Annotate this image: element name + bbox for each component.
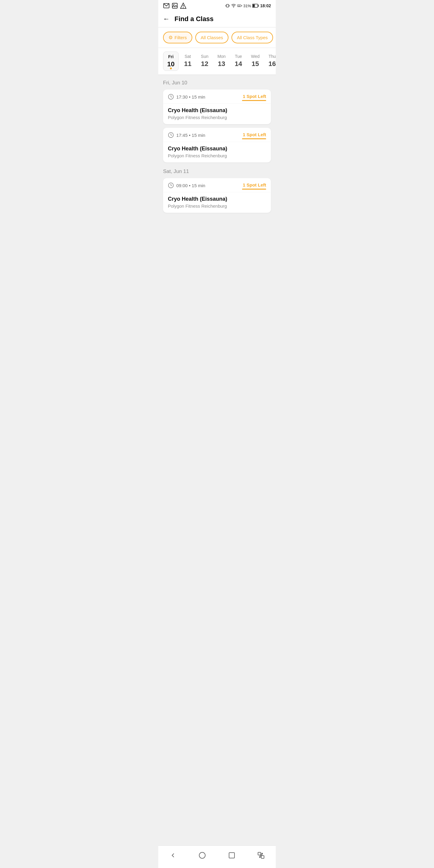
day-name: Wed [251,54,260,59]
vibrate-icon [225,3,230,8]
content-area: Fri, Jun 10 17:30 • 15 min 1 Spot Left [158,75,276,845]
calendar-day-sat[interactable]: Sat 11 [180,52,195,71]
filter-sliders-icon: ⚙ [168,35,173,40]
square-nav-button[interactable] [222,849,241,863]
day-number: 15 [252,60,259,68]
spots-underline [242,138,266,139]
all-classes-button[interactable]: All Classes [195,32,228,43]
time-info: 17:30 • 15 min [168,94,205,100]
card-bottom: Cryo Health (Eissauna) Polygon Fitness R… [163,142,271,162]
calendar-day-mon[interactable]: Mon 13 [214,52,229,71]
calendar-day-fri[interactable]: Fri 10 [163,52,179,71]
class-name: Cryo Health (Eissauna) [168,107,266,114]
class-location: Polygon Fitness Reichenburg [168,153,266,158]
battery-percent: 31% [243,4,251,8]
day-section-label: Fri, Jun 10 [163,80,271,86]
time-info: 09:00 • 15 min [168,182,205,188]
class-time: 09:00 • 15 min [176,183,205,188]
day-name: Thu [269,54,276,59]
day-name: Mon [217,54,225,59]
calendar-day-wed[interactable]: Wed 15 [247,52,263,71]
mail-icon [163,2,170,9]
day-number: 12 [201,60,208,68]
spots-underline [242,100,266,101]
filters-button[interactable]: ⚙ Filters [163,32,192,43]
svg-point-2 [173,4,174,5]
class-time: 17:45 • 15 min [176,133,205,138]
square-icon [228,852,236,859]
active-day-dot [170,67,172,69]
filters-label: Filters [175,35,187,40]
page-title: Find a Class [175,15,214,23]
day-section-0: Fri, Jun 10 17:30 • 15 min 1 Spot Left [163,80,271,162]
svg-rect-1 [173,3,178,8]
status-icons-left [163,2,187,9]
spots-text: 1 Spot Left [242,132,266,137]
time-display: 18:02 [260,3,271,8]
card-bottom: Cryo Health (Eissauna) Polygon Fitness R… [163,192,271,213]
all-classes-label: All Classes [201,35,223,40]
clock-icon [168,132,174,138]
class-location: Polygon Fitness Reichenburg [168,204,266,209]
home-circle-icon [198,852,206,859]
home-nav-button[interactable] [193,849,212,863]
spots-left: 1 Spot Left [242,132,266,139]
card-bottom: Cryo Health (Eissauna) Polygon Fitness R… [163,104,271,124]
spots-text: 1 Spot Left [242,182,266,187]
back-nav-button[interactable] [163,849,183,863]
day-number: 11 [184,60,191,68]
clock-icon [168,94,174,100]
day-section-1: Sat, Jun 11 09:00 • 15 min 1 Spot Left [163,168,271,213]
battery-x-icon [237,3,242,8]
wifi-icon [231,3,236,8]
svg-point-5 [183,7,183,8]
clock-icon [168,182,174,188]
status-bar: 31% 18:02 [158,0,276,11]
svg-rect-6 [227,4,229,7]
class-location: Polygon Fitness Reichenburg [168,115,266,120]
class-card[interactable]: 09:00 • 15 min 1 Spot Left Cryo Health (… [163,178,271,213]
calendar-day-sun[interactable]: Sun 12 [197,52,213,71]
spots-left: 1 Spot Left [242,94,266,101]
battery-icon [252,4,259,8]
filter-row: ⚙ Filters All Classes All Class Types Al… [158,27,276,48]
class-name: Cryo Health (Eissauna) [168,196,266,202]
status-icons-right: 31% 18:02 [225,3,271,8]
time-info: 17:45 • 15 min [168,132,205,138]
image-icon [172,2,178,9]
class-card[interactable]: 17:30 • 15 min 1 Spot Left Cryo Health (… [163,90,271,124]
spots-underline [242,189,266,190]
class-time: 17:30 • 15 min [176,94,205,99]
day-name: Tue [235,54,242,59]
svg-rect-21 [229,852,235,858]
back-button[interactable]: ← [163,15,170,23]
header: ← Find a Class [158,11,276,27]
svg-rect-23 [261,856,264,858]
day-name: Sun [201,54,209,59]
calendar-day-tue[interactable]: Tue 14 [230,52,246,71]
class-name: Cryo Health (Eissauna) [168,146,266,152]
card-top: 17:45 • 15 min 1 Spot Left [163,128,271,142]
calendar-row: Fri 10 Sat 11 Sun 12 Mon 13 Tue 14 Wed 1… [158,48,276,75]
svg-rect-22 [258,852,261,855]
spots-text: 1 Spot Left [242,94,266,99]
day-section-label: Sat, Jun 11 [163,168,271,175]
day-number: 16 [269,60,276,68]
day-name: Sat [185,54,191,59]
all-class-types-label: All Class Types [237,35,268,40]
day-number: 13 [218,60,225,68]
switch-nav-button[interactable] [251,849,271,863]
svg-point-9 [233,7,234,7]
day-name: Fri [168,54,174,59]
bottom-nav [158,845,276,868]
spots-left: 1 Spot Left [242,182,266,190]
calendar-day-thu[interactable]: Thu 16 [264,52,276,71]
svg-rect-15 [253,4,255,7]
day-number: 10 [167,60,175,68]
card-top: 17:30 • 15 min 1 Spot Left [163,90,271,104]
all-class-types-button[interactable]: All Class Types [231,32,273,43]
class-card[interactable]: 17:45 • 15 min 1 Spot Left Cryo Health (… [163,128,271,162]
back-nav-icon [169,852,177,859]
switch-icon [257,852,265,859]
warning-icon [180,2,187,9]
